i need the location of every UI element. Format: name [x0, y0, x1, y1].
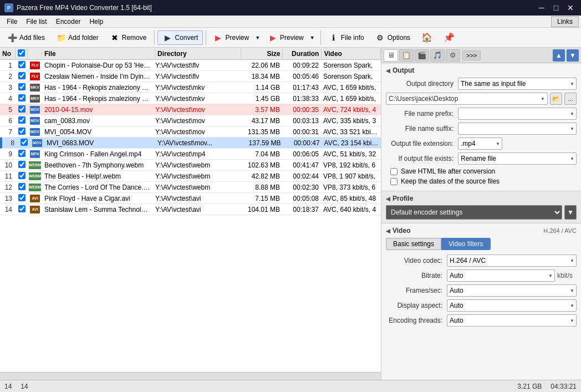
row-check-input[interactable] [18, 94, 26, 101]
row-checkbox[interactable] [16, 160, 28, 170]
row-check-input[interactable] [18, 194, 26, 201]
output-section-header[interactable]: ◀ Output [386, 67, 577, 74]
dir-browse-button[interactable]: 📂 [550, 93, 562, 105]
video-filters-tab[interactable]: Video filters [441, 238, 490, 250]
tab-video[interactable]: 🎬 [415, 49, 429, 62]
more-tabs-button[interactable]: >>> [462, 50, 481, 60]
table-row[interactable]: 5 MOV 2010-04-15.mov Y:\AV\vctest\mov 3.… [0, 104, 381, 115]
table-row[interactable]: 12 WEBM The Corries - Lord Of The Dance.… [0, 182, 381, 193]
menu-help[interactable]: Help [85, 17, 108, 27]
row-check-input[interactable] [18, 116, 26, 124]
select-all-checkbox[interactable] [18, 49, 25, 57]
preview1-dropdown[interactable]: ▼ [253, 30, 263, 45]
row-checkbox[interactable] [16, 72, 28, 82]
minimize-button[interactable]: ─ [536, 3, 548, 13]
row-video: VP8, 192 kbit/s, 6 [321, 161, 381, 170]
table-row[interactable]: 13 AVI Pink Floyd - Have a Cigar.avi Y:\… [0, 193, 381, 204]
row-checkbox[interactable] [16, 83, 28, 93]
row-check-input[interactable] [18, 61, 26, 68]
row-checkbox[interactable] [16, 60, 28, 70]
row-check-input[interactable] [18, 205, 26, 212]
table-row[interactable]: 9 MP4 King Crimson - Fallen Angel.mp4 Y:… [0, 149, 381, 160]
preview2-dropdown[interactable]: ▼ [308, 30, 318, 45]
row-checkbox[interactable] [16, 127, 28, 137]
table-row[interactable]: 10 WEBM Beethoven - 7th Symphony.webm Y:… [0, 160, 381, 171]
basic-settings-tab[interactable]: Basic settings [386, 238, 441, 250]
table-row[interactable]: 1 FLV Chopin - Polonaise-Dur op 53 'Hero… [0, 60, 381, 71]
video-section-header[interactable]: ◀ Video H.264 / AVC [386, 227, 577, 235]
row-directory: Y:\AV\vctest\mkv [153, 83, 241, 92]
maximize-button[interactable]: □ [550, 3, 562, 13]
nav-up-button[interactable]: ▲ [553, 49, 565, 62]
table-row[interactable]: 6 MOV cam_0083.mov Y:\AV\vctest\mov 43.1… [0, 115, 381, 126]
row-check-input[interactable] [18, 161, 26, 168]
row-duration: 00:06:05 [282, 150, 321, 159]
add-folder-button[interactable]: 📁 Add folder [51, 30, 104, 45]
row-check-input[interactable] [18, 83, 26, 90]
preview2-button[interactable]: ▶ Preview [264, 30, 308, 45]
video-codec-select[interactable]: H.264 / AVC [447, 254, 577, 267]
row-check-input[interactable] [18, 172, 26, 179]
table-row[interactable]: 3 MKV Has - 1964 - Rękopis znaleziony w … [0, 82, 381, 93]
tab-filelist[interactable]: 📋 [399, 49, 414, 62]
menu-file-list[interactable]: File list [22, 17, 51, 27]
file-info-button[interactable]: ℹ File info [324, 30, 369, 45]
table-row[interactable]: 4 MKV Has - 1964 - Rękopis znaleziony w … [0, 93, 381, 104]
tab-audio[interactable]: 🎵 [430, 49, 445, 62]
row-checkbox[interactable] [16, 171, 28, 181]
remove-button[interactable]: ✖ Remove [105, 30, 152, 45]
menu-encoder[interactable]: Encoder [52, 17, 85, 27]
add-files-button[interactable]: ➕ Add files [2, 30, 50, 45]
links-button[interactable]: Links [551, 16, 579, 27]
profile-dropdown-arrow[interactable]: ▼ [564, 205, 577, 220]
menu-file[interactable]: File [2, 17, 22, 27]
row-checkbox[interactable] [18, 138, 30, 148]
horizontal-scrollbar[interactable] [0, 372, 381, 380]
if-exists-select[interactable]: Rename file [458, 152, 577, 165]
pin-button[interactable]: 📌 [439, 30, 460, 45]
table-row[interactable]: 11 WEBM The Beatles - Help!.webm Y:\AV\v… [0, 171, 381, 182]
table-row[interactable]: 2 FLV Czesław Niemen - Inside I'm Dying.… [0, 71, 381, 82]
row-check-input[interactable] [18, 150, 26, 157]
display-aspect-select[interactable]: Auto [447, 299, 577, 312]
frames-sec-row: Frames/sec: Auto [386, 284, 577, 297]
profile-select[interactable]: Default encoder settings [386, 205, 562, 220]
prefix-select[interactable] [458, 108, 577, 120]
profile-section-header[interactable]: ◀ Profile [386, 195, 577, 202]
dir-more-button[interactable]: … [564, 93, 577, 105]
extension-select[interactable]: .mp4 [458, 138, 502, 150]
suffix-select[interactable] [458, 123, 577, 135]
row-checkbox[interactable] [16, 94, 28, 104]
output-directory-select[interactable]: The same as input file [458, 78, 577, 90]
row-duration: 00:02:30 [282, 183, 321, 192]
close-button[interactable]: ✕ [564, 3, 577, 13]
tab-settings[interactable]: ⚙ [446, 49, 460, 62]
save-html-checkbox[interactable] [390, 168, 397, 175]
bitrate-select[interactable]: Auto [447, 269, 555, 282]
row-check-input[interactable] [18, 183, 26, 190]
row-checkbox[interactable] [16, 205, 28, 215]
tab-output[interactable]: 🖥 [384, 49, 398, 62]
table-row[interactable]: 14 AVI Stanisław Lem - Summa Technologia… [0, 204, 381, 215]
options-label: Options [388, 34, 410, 42]
convert-button[interactable]: ▶ Convert [157, 30, 203, 45]
table-row[interactable]: 7 MOV MVI_0054.MOV Y:\AV\vctest\mov 131.… [0, 126, 381, 138]
row-check-input[interactable] [18, 72, 26, 79]
row-checkbox[interactable] [16, 182, 28, 192]
keep-dates-checkbox[interactable] [390, 178, 397, 185]
row-checkbox[interactable] [16, 105, 28, 115]
frames-sec-select[interactable]: Auto [447, 284, 577, 297]
options-button[interactable]: ⚙ Options [370, 30, 415, 45]
dir-path-display[interactable]: C:\Users\jacek\Desktop [386, 93, 548, 105]
encoding-threads-select[interactable]: Auto [447, 314, 577, 327]
row-checkbox[interactable] [16, 116, 28, 126]
row-checkbox[interactable] [16, 194, 28, 203]
home-button[interactable]: 🏠 [416, 30, 437, 45]
preview1-button[interactable]: ▶ Preview [209, 30, 253, 45]
row-checkbox[interactable] [16, 149, 28, 159]
row-check-input[interactable] [18, 105, 26, 113]
table-row[interactable]: 8 MOV MVI_0683.MOV Y:\AV\vctest\mov... 1… [0, 138, 381, 149]
nav-down-button[interactable]: ▼ [567, 49, 579, 62]
row-check-input[interactable] [21, 139, 28, 146]
row-check-input[interactable] [18, 128, 26, 135]
